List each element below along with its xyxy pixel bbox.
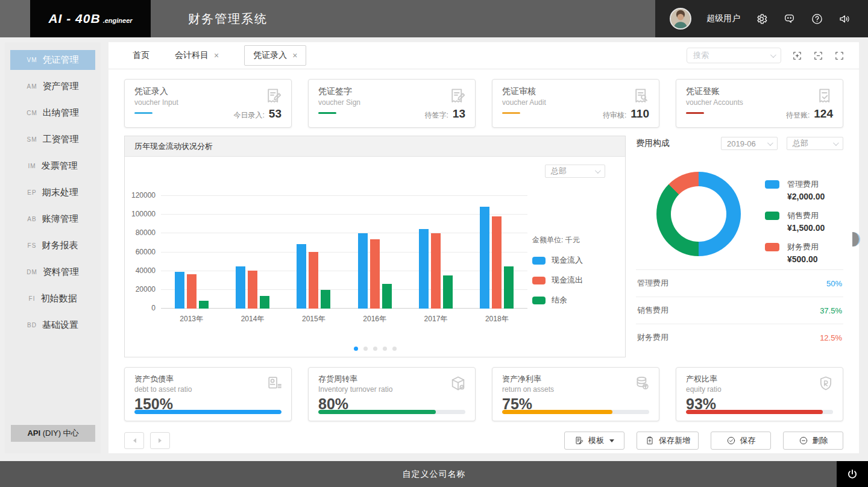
donut-legend-label: 管理费用 — [787, 179, 825, 190]
main-panel: 首页会计科目×凭证录入× 搜索 凭证录入voucher Input今日录入:53… — [108, 42, 859, 453]
donut-legend: 管理费用¥2,000.00销售费用¥1,500.00财务费用¥500.00 — [765, 179, 825, 273]
bar-结余[interactable] — [504, 266, 514, 309]
help-icon[interactable] — [811, 13, 823, 25]
sidebar-item-bd[interactable]: BD基础设置 — [10, 315, 95, 335]
sidebar-item-abbr: CM — [27, 110, 37, 116]
tab-label: 会计科目 — [175, 50, 209, 61]
sidebar-item-abbr: DM — [27, 269, 37, 275]
bar-现金流入[interactable] — [236, 266, 245, 309]
legend-swatch — [765, 180, 779, 189]
sidebar-item-dm[interactable]: DM资料管理 — [10, 262, 95, 282]
ratio-card-title: 资产负债率 — [134, 374, 281, 385]
stat-card-metric-label: 待签字: — [425, 110, 448, 121]
close-icon[interactable]: × — [214, 51, 219, 60]
bar-现金流入[interactable] — [358, 233, 368, 309]
expense-row-percent: 37.5% — [820, 306, 842, 315]
bar-现金流入[interactable] — [480, 207, 489, 309]
month-select[interactable]: 2019-06 — [721, 137, 778, 150]
gear-icon[interactable] — [755, 13, 768, 25]
template-button[interactable]: 模板 — [564, 432, 624, 450]
stat-card-title: 凭证登账 — [686, 86, 833, 97]
stat-card-title: 凭证录入 — [134, 86, 281, 97]
zoom-in-icon[interactable] — [792, 51, 802, 61]
legend-item[interactable]: 现金流出 — [532, 275, 607, 286]
fullscreen-icon[interactable] — [834, 51, 844, 61]
sidebar-item-ab[interactable]: AB账簿管理 — [10, 209, 95, 229]
sidebar-item-ep[interactable]: EP期末处理 — [10, 183, 95, 203]
avatar[interactable] — [670, 8, 691, 30]
next-page-button[interactable] — [150, 432, 170, 449]
bar-现金流入[interactable] — [419, 229, 429, 309]
bar-现金流出[interactable] — [309, 252, 318, 309]
donut-legend-item[interactable]: 管理费用¥2,000.00 — [765, 179, 825, 201]
carousel-dot[interactable] — [383, 347, 387, 351]
sidebar-item-vm[interactable]: VM凭证管理 — [10, 50, 95, 70]
donut-chart — [656, 172, 741, 256]
bar-现金流入[interactable] — [175, 272, 184, 309]
legend-item[interactable]: 现金流入 — [532, 255, 607, 266]
api-diy-center-button[interactable]: API (DIY) 中心 — [11, 425, 95, 442]
carousel-dot[interactable] — [354, 347, 358, 351]
tab-1[interactable]: 会计科目× — [175, 50, 219, 61]
y-axis-label: 100000 — [126, 210, 161, 218]
delete-minus-button[interactable]: 删除 — [783, 432, 843, 450]
bar-现金流出[interactable] — [370, 239, 380, 309]
bar-现金流出[interactable] — [492, 216, 502, 309]
sidebar-item-sm[interactable]: SM工资管理 — [10, 130, 95, 149]
user-name[interactable]: 超级用户 — [706, 13, 740, 24]
bar-结余[interactable] — [260, 296, 269, 309]
save-new-button[interactable]: 保存新增 — [637, 432, 699, 450]
carousel-next-button[interactable] — [852, 232, 860, 247]
search-input[interactable]: 搜索 — [687, 48, 781, 63]
topbar-icons — [755, 13, 851, 25]
progress-fill — [318, 410, 436, 414]
power-button[interactable] — [837, 461, 868, 487]
zoom-out-icon[interactable] — [813, 51, 823, 61]
carousel-dot[interactable] — [392, 347, 397, 351]
save-check-button[interactable]: 保存 — [711, 432, 771, 450]
bar-现金流出[interactable] — [431, 233, 441, 309]
sidebar-item-im[interactable]: IM发票管理 — [10, 156, 95, 176]
bar-结余[interactable] — [443, 275, 453, 309]
carousel-dot[interactable] — [373, 347, 377, 351]
sidebar-item-cm[interactable]: CM出纳管理 — [10, 103, 95, 123]
speaker-icon[interactable] — [838, 13, 851, 25]
sidebar-item-label: 期末处理 — [42, 187, 78, 198]
chat-icon[interactable] — [783, 13, 796, 25]
tab-bar: 首页会计科目×凭证录入× 搜索 — [108, 42, 859, 69]
donut-legend-amount: ¥500.00 — [787, 254, 819, 264]
pager — [124, 432, 170, 449]
bar-group: 2014年 — [236, 196, 269, 309]
x-axis-label: 2015年 — [302, 314, 326, 324]
caret-down-icon — [609, 439, 614, 442]
ratio-card-subtitle: equity ratio — [686, 385, 833, 394]
carousel-dot[interactable] — [363, 347, 368, 351]
sidebar-item-am[interactable]: AM资产管理 — [10, 77, 95, 96]
logo-text: AI - 40B — [48, 11, 100, 26]
expense-panel-header: 费用构成 2019-06 总部 — [636, 137, 843, 150]
bar-现金流出[interactable] — [187, 274, 197, 309]
donut-legend-item[interactable]: 财务费用¥500.00 — [765, 242, 825, 264]
progress-fill — [134, 410, 281, 414]
sidebar-item-fs[interactable]: FS财务报表 — [10, 236, 95, 256]
prev-page-button[interactable] — [124, 432, 144, 449]
bar-结余[interactable] — [199, 301, 209, 309]
bar-结余[interactable] — [321, 290, 330, 309]
bar-现金流出[interactable] — [248, 271, 257, 309]
bar-groups: 2013年2014年2015年2016年2017年2018年 — [161, 196, 527, 309]
branch-select[interactable]: 总部 — [545, 165, 605, 178]
tab-home[interactable]: 首页 — [133, 50, 149, 61]
bar-group: 2013年 — [175, 196, 209, 309]
carousel-dots — [125, 347, 625, 351]
bar-结余[interactable] — [382, 284, 392, 309]
branch-select[interactable]: 总部 — [787, 137, 843, 150]
close-icon[interactable]: × — [292, 51, 297, 60]
expense-percent-list: 管理费用50%销售费用37.5%财务费用12.5% — [636, 269, 843, 351]
sidebar-item-fi[interactable]: FI初始数据 — [10, 289, 95, 309]
bar-现金流入[interactable] — [297, 244, 306, 309]
legend-item[interactable]: 结余 — [532, 295, 607, 306]
tab-2[interactable]: 凭证录入× — [244, 45, 306, 66]
donut-legend-item[interactable]: 销售费用¥1,500.00 — [765, 210, 825, 233]
bar-group: 2017年 — [419, 196, 453, 309]
ratio-card: 存货周转率Inventory turnover ratio80% — [308, 367, 476, 421]
